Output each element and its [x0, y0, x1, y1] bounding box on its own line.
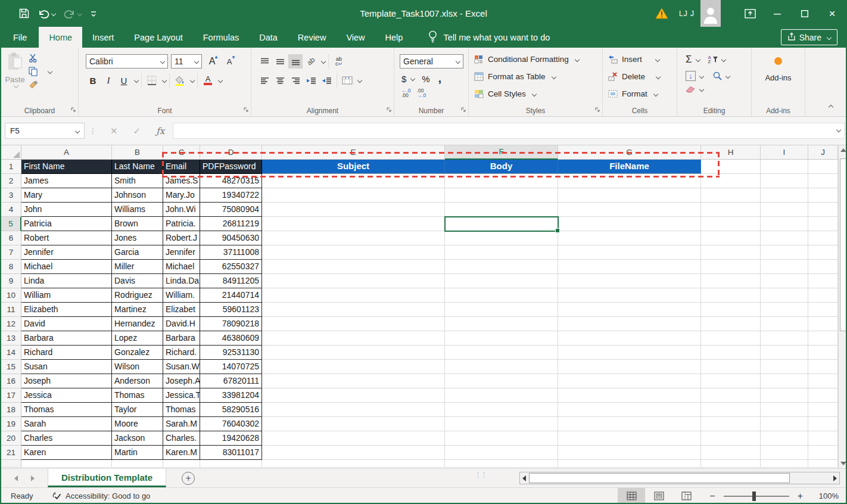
cell-I9[interactable]: [761, 274, 808, 288]
cell-D2[interactable]: 48270315: [200, 174, 262, 188]
cell-J10[interactable]: [808, 288, 838, 303]
paste-button[interactable]: Paste: [1, 48, 29, 89]
cell-F8[interactable]: [445, 260, 558, 274]
cell-A20[interactable]: Charles: [21, 431, 112, 446]
sheet-nav-right-icon[interactable]: [31, 475, 35, 481]
cell-E18[interactable]: [262, 403, 445, 417]
vertical-scrollbar[interactable]: [838, 145, 847, 468]
row-header-13[interactable]: 13: [1, 331, 21, 346]
scrollbar-grip-icon[interactable]: ⋮⋮: [475, 472, 487, 487]
cell-H11[interactable]: [701, 303, 761, 317]
user-initials[interactable]: LJ J: [679, 0, 695, 27]
warning-icon[interactable]: [655, 0, 668, 27]
cell-C2[interactable]: James.S: [163, 174, 200, 188]
cell-J21[interactable]: [808, 446, 838, 460]
cell-A18[interactable]: Thomas: [21, 403, 112, 417]
cell-A21[interactable]: Karen: [21, 446, 112, 460]
cell-G5[interactable]: [558, 217, 701, 231]
cell-H12[interactable]: [701, 317, 761, 331]
column-header-J[interactable]: J: [808, 145, 838, 160]
cell-I7[interactable]: [761, 245, 808, 260]
tell-me-box[interactable]: Tell me what you want to do: [428, 27, 550, 48]
cell-A11[interactable]: Elizabeth: [21, 303, 112, 317]
cell-C17[interactable]: Jessica.T: [163, 388, 200, 403]
cell-A17[interactable]: Jessica: [21, 388, 112, 403]
cell-F2[interactable]: [445, 174, 558, 188]
cell-G3[interactable]: [558, 188, 701, 203]
bottom-align-button[interactable]: [288, 54, 303, 69]
cell-J15[interactable]: [808, 360, 838, 374]
cell-H13[interactable]: [701, 331, 761, 346]
cell-A16[interactable]: Joseph: [21, 374, 112, 388]
row-header-19[interactable]: 19: [1, 417, 21, 431]
cell-B10[interactable]: Rodriguez: [112, 288, 163, 303]
center-button[interactable]: [273, 73, 287, 88]
cell-A6[interactable]: Robert: [21, 231, 112, 245]
cell-E-partial[interactable]: [262, 460, 445, 468]
cell-D4[interactable]: 75080904: [200, 203, 262, 217]
cell-I21[interactable]: [761, 446, 808, 460]
format-painter-button[interactable]: [29, 80, 52, 89]
cell-B11[interactable]: Martinez: [112, 303, 163, 317]
grow-font-button[interactable]: A▲: [205, 54, 219, 69]
tab-file[interactable]: File: [1, 27, 39, 48]
tab-page-layout[interactable]: Page Layout: [124, 27, 192, 48]
sheet-nav-left-icon[interactable]: [14, 475, 18, 481]
sheet-tab-distribution-template[interactable]: Distribution Template: [48, 469, 166, 487]
cell-E20[interactable]: [262, 431, 445, 446]
cell-F15[interactable]: [445, 360, 558, 374]
cell-I17[interactable]: [761, 388, 808, 403]
cell-J-partial[interactable]: [808, 460, 838, 468]
column-header-A[interactable]: A: [21, 145, 112, 160]
row-header-15[interactable]: 15: [1, 360, 21, 374]
cell-E12[interactable]: [262, 317, 445, 331]
cell-G8[interactable]: [558, 260, 701, 274]
cell-J1[interactable]: [808, 160, 838, 174]
chevron-down-icon[interactable]: [162, 78, 167, 83]
cell-G12[interactable]: [558, 317, 701, 331]
cell-J18[interactable]: [808, 403, 838, 417]
row-header-3[interactable]: 3: [1, 188, 21, 203]
wrap-text-button[interactable]: ab c↵: [332, 54, 346, 69]
cell-H15[interactable]: [701, 360, 761, 374]
cell-E3[interactable]: [262, 188, 445, 203]
cell-B18[interactable]: Taylor: [112, 403, 163, 417]
cell-D14[interactable]: 92531130: [200, 346, 262, 360]
cell-H9[interactable]: [701, 274, 761, 288]
cell-E15[interactable]: [262, 360, 445, 374]
row-header-8[interactable]: 8: [1, 260, 21, 274]
scroll-right-icon[interactable]: [831, 475, 839, 481]
cell-F21[interactable]: [445, 446, 558, 460]
cell-H7[interactable]: [701, 245, 761, 260]
cell-G2[interactable]: [558, 174, 701, 188]
cell-F-partial[interactable]: [445, 460, 558, 468]
fill-button[interactable]: ↓: [686, 71, 703, 81]
copy-button[interactable]: [29, 67, 52, 76]
cell-F16[interactable]: [445, 374, 558, 388]
cell-E1[interactable]: Subject: [262, 160, 445, 174]
tab-home[interactable]: Home: [39, 27, 82, 48]
cell-E5[interactable]: [262, 217, 445, 231]
cell-E9[interactable]: [262, 274, 445, 288]
cell-G-partial[interactable]: [558, 460, 701, 468]
cell-D5[interactable]: 26811219: [200, 217, 262, 231]
tab-view[interactable]: View: [336, 27, 375, 48]
cell-G20[interactable]: [558, 431, 701, 446]
cell-D10[interactable]: 21440714: [200, 288, 262, 303]
decrease-indent-button[interactable]: [304, 73, 318, 88]
cell-C20[interactable]: Charles.: [163, 431, 200, 446]
row-header-2[interactable]: 2: [1, 174, 21, 188]
cell-E2[interactable]: [262, 174, 445, 188]
top-align-button[interactable]: [257, 54, 272, 69]
cell-F3[interactable]: [445, 188, 558, 203]
horizontal-scrollbar[interactable]: [519, 472, 840, 484]
cell-A-partial[interactable]: [21, 460, 112, 468]
column-header-C[interactable]: C: [163, 145, 200, 160]
cell-F7[interactable]: [445, 245, 558, 260]
column-header-B[interactable]: B: [112, 145, 163, 160]
cell-F18[interactable]: [445, 403, 558, 417]
cell-E21[interactable]: [262, 446, 445, 460]
borders-button[interactable]: [145, 73, 159, 88]
row-header-16[interactable]: 16: [1, 374, 21, 388]
cell-I16[interactable]: [761, 374, 808, 388]
